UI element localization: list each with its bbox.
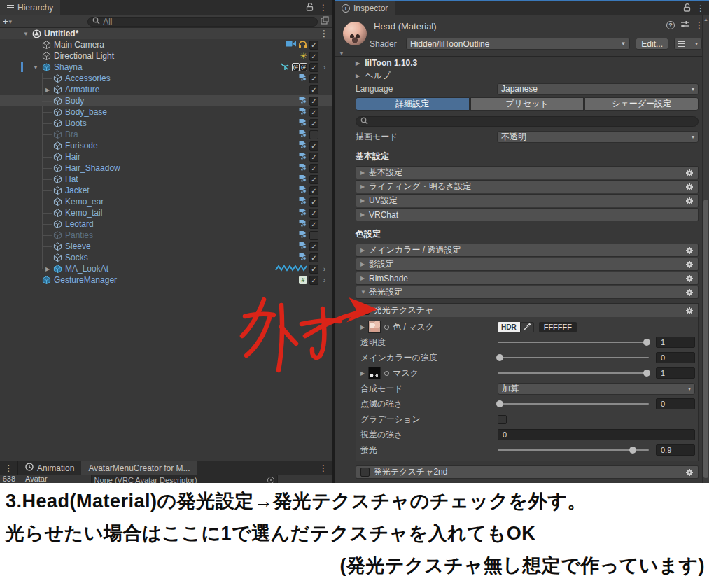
foldout-closed-icon[interactable]: ▶ bbox=[360, 370, 365, 377]
hierarchy-item-accessories[interactable]: Accessories ✓ bbox=[0, 73, 332, 84]
gear-icon[interactable] bbox=[685, 183, 694, 191]
active-checkbox[interactable] bbox=[309, 231, 318, 240]
foldout-closed-icon[interactable]: ▶ bbox=[43, 266, 52, 272]
tab-hierarchy[interactable]: Hierarchy bbox=[0, 0, 60, 15]
help-icon[interactable]: ? bbox=[666, 21, 675, 29]
foldout-closed-icon[interactable]: ▶ bbox=[360, 324, 365, 330]
section-emission[interactable]: ▼ 発光設定 bbox=[356, 286, 699, 299]
hdr-button[interactable]: HDR bbox=[498, 322, 520, 332]
tab-shader-settings[interactable]: シェーダー設定 bbox=[584, 97, 699, 111]
gear-icon[interactable] bbox=[685, 274, 694, 283]
active-checkbox[interactable]: ✓ bbox=[309, 253, 318, 262]
hierarchy-search-input[interactable]: All bbox=[87, 17, 318, 27]
hierarchy-item-bra[interactable]: Bra bbox=[0, 129, 332, 140]
rendering-mode-dropdown[interactable]: 不透明 ▾ bbox=[497, 131, 699, 143]
active-checkbox[interactable]: ✓ bbox=[309, 242, 318, 251]
foldout-open-icon[interactable]: ▼ bbox=[21, 31, 31, 37]
add-object-caret-icon[interactable]: ▾ bbox=[9, 18, 13, 25]
eyedropper-icon[interactable] bbox=[520, 322, 534, 332]
hierarchy-item-shayna[interactable]: ▼ Shayna (# (# ✓ › bbox=[0, 62, 332, 73]
prefab-open-chevron[interactable]: › bbox=[321, 276, 328, 284]
active-checkbox[interactable]: ✓ bbox=[309, 164, 318, 173]
active-checkbox[interactable]: ✓ bbox=[309, 186, 318, 195]
liltoon-version-foldout[interactable]: ▶ lilToon 1.10.3 bbox=[356, 57, 699, 69]
avatar-object-field[interactable]: None (VRC Avatar Descriptor) bbox=[91, 475, 278, 483]
mask-slider[interactable] bbox=[498, 372, 649, 374]
kebab-menu-icon[interactable]: ⋮ bbox=[696, 4, 705, 13]
gear-icon[interactable] bbox=[685, 468, 694, 477]
blend-mode-dropdown[interactable]: 加算 ▾ bbox=[498, 383, 695, 395]
gear-icon[interactable] bbox=[685, 307, 694, 315]
tab-presets[interactable]: プリセット bbox=[470, 97, 584, 111]
gear-icon[interactable] bbox=[685, 197, 694, 205]
hierarchy-item-kemo-ear[interactable]: Kemo_ear ✓ bbox=[0, 196, 332, 207]
emission-mask-texture-thumbnail[interactable] bbox=[368, 367, 381, 379]
fluorescence-value-field[interactable]: 0.9 bbox=[656, 444, 695, 456]
slider-handle[interactable] bbox=[643, 370, 650, 377]
active-checkbox[interactable]: ✓ bbox=[309, 220, 318, 229]
active-checkbox[interactable]: ✓ bbox=[309, 52, 318, 61]
hierarchy-item-furisode[interactable]: Furisode ✓ bbox=[0, 140, 332, 151]
active-checkbox[interactable]: ✓ bbox=[309, 74, 318, 83]
hierarchy-item-ma-lookat[interactable]: ▶ MA_LookAt ✓ › bbox=[0, 263, 332, 274]
section-rimshade[interactable]: ▶ RimShade bbox=[356, 272, 699, 285]
section-uv-settings[interactable]: ▶ UV設定 bbox=[356, 194, 699, 207]
hierarchy-item-hair-shaadow[interactable]: Hair_Shaadow ✓ bbox=[0, 162, 332, 174]
gear-icon[interactable] bbox=[685, 169, 694, 177]
popout-window-icon[interactable] bbox=[321, 16, 329, 27]
gradation-checkbox[interactable] bbox=[498, 415, 507, 424]
active-checkbox[interactable]: ✓ bbox=[309, 85, 318, 94]
hierarchy-item-hat[interactable]: Hat ✓ bbox=[0, 174, 332, 185]
blink-value-field[interactable]: 0 bbox=[656, 398, 695, 410]
hierarchy-item-boots[interactable]: Boots ✓ bbox=[0, 118, 332, 129]
section-vrchat[interactable]: ▶ VRChat bbox=[356, 208, 699, 221]
kebab-menu-icon[interactable]: ⋮ bbox=[5, 464, 13, 472]
shader-edit-button[interactable]: Edit... bbox=[636, 38, 668, 50]
lock-icon[interactable] bbox=[306, 3, 314, 13]
parallax-value-field[interactable]: 0 bbox=[498, 429, 695, 440]
main-strength-slider[interactable] bbox=[498, 357, 649, 358]
emission2nd-enabled-checkbox[interactable] bbox=[360, 468, 370, 477]
foldout-closed-icon[interactable]: ▶ bbox=[43, 87, 52, 93]
kebab-menu-icon[interactable]: ⋮ bbox=[319, 464, 328, 472]
shader-dropdown[interactable]: Hidden/lilToonOutline ▼ bbox=[406, 38, 630, 50]
hierarchy-item-gesturemanager[interactable]: GestureManager # ✓ › bbox=[0, 274, 332, 286]
scroll-up-icon[interactable]: ▲ bbox=[703, 17, 709, 22]
slider-handle[interactable] bbox=[496, 354, 503, 361]
hierarchy-item-body[interactable]: Body ✓ bbox=[0, 95, 332, 106]
property-search-input[interactable] bbox=[356, 116, 699, 127]
foldout-open-icon[interactable]: ▼ bbox=[31, 64, 41, 71]
tab-inspector[interactable]: i Inspector bbox=[335, 1, 395, 15]
hierarchy-item-sleeve[interactable]: Sleeve ✓ bbox=[0, 241, 332, 252]
section-basic-settings[interactable]: ▶ 基本設定 bbox=[356, 166, 699, 179]
hierarchy-item-panties[interactable]: Panties bbox=[0, 230, 332, 241]
mask-value-field[interactable]: 1 bbox=[656, 368, 695, 379]
gear-icon[interactable] bbox=[685, 288, 694, 297]
shader-menu-dropdown[interactable]: ▾ bbox=[674, 38, 702, 50]
active-checkbox[interactable]: ✓ bbox=[309, 197, 318, 206]
prefab-open-chevron[interactable]: › bbox=[321, 265, 328, 273]
active-checkbox[interactable]: ✓ bbox=[309, 141, 318, 150]
gear-icon[interactable] bbox=[685, 246, 694, 255]
add-object-button[interactable]: + bbox=[3, 16, 8, 27]
gear-icon[interactable] bbox=[685, 260, 694, 269]
tab-animation[interactable]: Animation bbox=[18, 461, 81, 475]
inspector-scrollbar[interactable]: ▲ bbox=[702, 15, 709, 483]
emission-enabled-checkbox[interactable]: ✓ bbox=[360, 306, 370, 315]
active-checkbox[interactable]: ✓ bbox=[309, 119, 318, 128]
main-strength-value-field[interactable]: 0 bbox=[656, 352, 695, 363]
section-lighting-settings[interactable]: ▶ ライティング・明るさ設定 bbox=[356, 180, 699, 193]
active-checkbox[interactable]: ✓ bbox=[309, 209, 318, 218]
color-hex-value[interactable]: FFFFFF bbox=[539, 322, 577, 332]
section-main-color[interactable]: ▶ メインカラー / 透過設定 bbox=[356, 244, 699, 257]
kebab-menu-icon[interactable]: ⋮ bbox=[319, 4, 328, 12]
active-checkbox[interactable]: ✓ bbox=[309, 175, 318, 184]
active-checkbox[interactable] bbox=[309, 130, 318, 139]
hierarchy-item-armature[interactable]: ▶ Armature ✓ bbox=[0, 84, 332, 95]
hierarchy-item-kemo-tail[interactable]: Kemo_tail ✓ bbox=[0, 207, 332, 218]
section-shadow[interactable]: ▶ 影設定 bbox=[356, 258, 699, 271]
tab-avatar-menu-creator[interactable]: AvatarMenuCreator for M... bbox=[81, 461, 197, 475]
object-picker-icon[interactable] bbox=[267, 477, 274, 483]
blink-slider[interactable] bbox=[498, 403, 649, 405]
hierarchy-item-jacket[interactable]: Jacket ✓ bbox=[0, 185, 332, 196]
